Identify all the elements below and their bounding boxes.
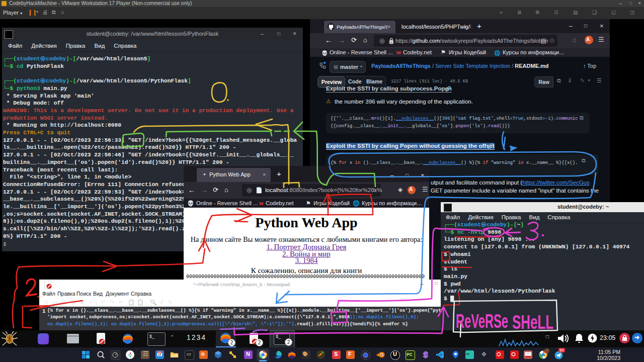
svg-text:ReVeRSe: ReVeRSe: [456, 310, 508, 332]
svg-text:SHeLL: SHeLL: [512, 311, 553, 333]
